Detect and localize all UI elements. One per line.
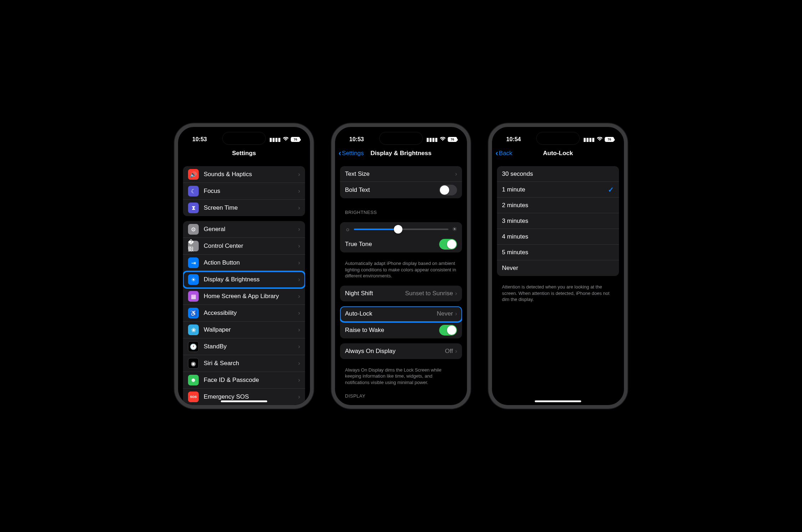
battery-icon: 76 [448, 137, 457, 142]
cellular-icon: ▮▮▮▮ [269, 137, 281, 142]
row-label: General [204, 226, 298, 233]
settings-row-accessibility[interactable]: ♿Accessibility› [183, 305, 305, 322]
cellular-icon: ▮▮▮▮ [426, 137, 438, 142]
raise-to-wake-label: Raise to Wake [345, 327, 439, 334]
always-on-label: Always On Display [345, 348, 445, 355]
slider-thumb[interactable] [394, 225, 402, 234]
back-button[interactable]: ‹ Settings [339, 149, 364, 157]
navbar: ‹ Back Auto-Lock [492, 145, 624, 161]
clock: 10:53 [349, 136, 364, 143]
chevron-right-icon: › [455, 171, 457, 177]
back-label: Settings [342, 150, 364, 157]
brightness-group: ☼ ☀ True Tone [340, 222, 462, 252]
true-tone-row[interactable]: True Tone [340, 236, 462, 252]
row-label: Control Center [204, 242, 298, 250]
settings-row-standby[interactable]: 🕐StandBy› [183, 338, 305, 355]
chevron-right-icon: › [298, 377, 300, 383]
settings-row-emergency-sos[interactable]: SOSEmergency SOS› [183, 389, 305, 405]
hourglass-icon: ⧗ [188, 203, 199, 213]
true-tone-label: True Tone [345, 241, 439, 248]
status-bar: 10:54 ▮▮▮▮ 76 [492, 127, 624, 145]
chevron-right-icon: › [455, 311, 457, 317]
brightness-header: BRIGHTNESS [338, 203, 464, 217]
settings-row-siri-search[interactable]: ◉Siri & Search› [183, 355, 305, 372]
bold-text-toggle[interactable] [439, 185, 457, 195]
navbar: ‹ Settings Display & Brightness [335, 145, 467, 161]
row-label: Screen Time [204, 204, 298, 211]
night-shift-row[interactable]: Night Shift Sunset to Sunrise › [340, 286, 462, 301]
checkmark-icon: ✓ [608, 185, 614, 194]
row-label: Siri & Search [204, 360, 298, 367]
row-label: Face ID & Passcode [204, 377, 298, 384]
row-label: Emergency SOS [204, 393, 298, 400]
autolock-options-group: 30 seconds1 minute✓2 minutes3 minutes4 m… [497, 166, 619, 276]
navbar: Settings [178, 145, 310, 161]
siri-icon: ◉ [188, 358, 199, 369]
settings-list[interactable]: 🔊Sounds & Haptics›☾Focus›⧗Screen Time› ⚙… [178, 161, 310, 405]
raise-to-wake-row[interactable]: Raise to Wake [340, 322, 462, 338]
settings-row-action-button[interactable]: ⇥Action Button› [183, 255, 305, 271]
standby-icon: 🕐 [188, 341, 199, 352]
clock: 10:54 [506, 136, 521, 143]
display-settings-list[interactable]: Text Size › Bold Text BRIGHTNESS ☼ ☀ Tru… [335, 161, 467, 405]
option-label: 2 minutes [502, 202, 614, 209]
back-button[interactable]: ‹ Back [496, 149, 512, 157]
switches-icon: �敠 [188, 241, 199, 251]
raise-to-wake-toggle[interactable] [439, 325, 457, 336]
settings-row-sounds-haptics[interactable]: 🔊Sounds & Haptics› [183, 166, 305, 183]
brightness-slider-row[interactable]: ☼ ☀ [340, 222, 462, 236]
autolock-option-4-minutes[interactable]: 4 minutes [497, 229, 619, 245]
settings-row-general[interactable]: ⚙General› [183, 221, 305, 238]
chevron-right-icon: › [298, 310, 300, 316]
chevron-right-icon: › [298, 226, 300, 232]
status-icons: ▮▮▮▮ 76 [269, 137, 300, 142]
true-tone-toggle[interactable] [439, 239, 457, 250]
chevron-right-icon: › [298, 360, 300, 367]
row-label: Action Button [204, 259, 298, 266]
text-size-row[interactable]: Text Size › [340, 166, 462, 182]
autolock-option-never[interactable]: Never [497, 260, 619, 276]
chevron-right-icon: › [298, 276, 300, 283]
chevron-right-icon: › [298, 205, 300, 211]
settings-row-control-center[interactable]: �敠Control Center› [183, 238, 305, 255]
autolock-option-3-minutes[interactable]: 3 minutes [497, 213, 619, 229]
autolock-option-2-minutes[interactable]: 2 minutes [497, 198, 619, 213]
auto-lock-value: Never [437, 310, 453, 317]
chevron-right-icon: › [298, 343, 300, 350]
autolock-option-30-seconds[interactable]: 30 seconds [497, 166, 619, 182]
settings-row-screen-time[interactable]: ⧗Screen Time› [183, 200, 305, 216]
auto-lock-row[interactable]: Auto-Lock Never › [340, 306, 462, 322]
row-label: Wallpaper [204, 326, 298, 333]
settings-row-home-screen-app-library[interactable]: ▦Home Screen & App Library› [183, 288, 305, 305]
row-label: Home Screen & App Library [204, 293, 298, 300]
home-indicator[interactable] [221, 400, 267, 402]
bold-text-row[interactable]: Bold Text [340, 182, 462, 198]
autolock-list[interactable]: 30 seconds1 minute✓2 minutes3 minutes4 m… [492, 161, 624, 405]
settings-row-wallpaper[interactable]: ❀Wallpaper› [183, 322, 305, 338]
settings-row-display-brightness[interactable]: ☀Display & Brightness› [183, 271, 305, 288]
row-label: StandBy [204, 343, 298, 350]
row-label: Display & Brightness [204, 276, 298, 283]
brightness-slider[interactable] [354, 229, 448, 230]
row-label: Sounds & Haptics [204, 171, 298, 178]
always-on-footer: Always On Display dims the Lock Screen w… [338, 364, 464, 387]
home-indicator[interactable] [535, 400, 581, 402]
always-on-row[interactable]: Always On Display Off › [340, 343, 462, 359]
battery-icon: 76 [291, 137, 300, 142]
autolock-option-1-minute[interactable]: 1 minute✓ [497, 182, 619, 198]
sun-small-icon: ☼ [345, 226, 350, 232]
back-label: Back [499, 150, 512, 157]
wifi-icon [597, 137, 603, 142]
text-group: Text Size › Bold Text [340, 166, 462, 198]
settings-row-face-id-passcode[interactable]: ☻Face ID & Passcode› [183, 372, 305, 389]
autolock-footer: Attention is detected when you are looki… [495, 281, 621, 304]
chevron-left-icon: ‹ [496, 149, 498, 157]
clock: 10:53 [192, 136, 207, 143]
status-icons: ▮▮▮▮ 76 [583, 137, 614, 142]
option-label: 1 minute [502, 186, 608, 193]
autolock-option-5-minutes[interactable]: 5 minutes [497, 245, 619, 260]
bold-text-label: Bold Text [345, 186, 439, 194]
text-size-label: Text Size [345, 170, 455, 178]
settings-row-focus[interactable]: ☾Focus› [183, 183, 305, 200]
page-title: Display & Brightness [371, 150, 432, 157]
